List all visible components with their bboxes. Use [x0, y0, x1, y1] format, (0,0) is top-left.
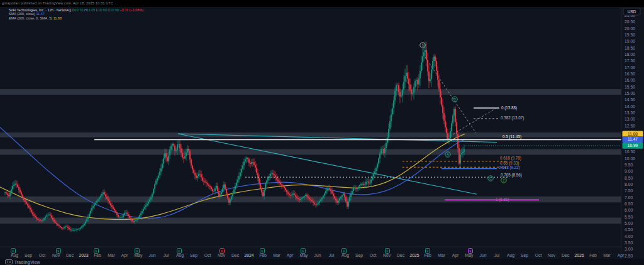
candle-body [367, 181, 368, 182]
candle-body [116, 213, 118, 215]
candle-body [85, 222, 86, 224]
month-tick-label: Dec [231, 253, 240, 257]
candle-body [157, 178, 158, 180]
candle-body [314, 203, 315, 204]
month-tick-label: Oct [204, 253, 211, 257]
candle-body [247, 158, 248, 159]
candle-body [357, 188, 358, 189]
candle-body [456, 122, 457, 134]
candle-body [219, 194, 221, 196]
attribution-text[interactable]: gorapodan published on TradingView.com, … [2, 1, 113, 5]
candle-body [232, 193, 233, 196]
candle-body [6, 192, 7, 193]
fib-level-label: 0.5 (11.45) [502, 134, 521, 139]
candle-body [62, 228, 64, 229]
candle-body [53, 220, 55, 222]
candle-body [255, 165, 256, 168]
candle-body [188, 149, 189, 151]
candle-body [427, 60, 428, 71]
candle-body [189, 151, 191, 159]
candle-body [142, 211, 143, 213]
candle-body [256, 168, 257, 173]
candle-body [418, 78, 419, 85]
candle-body [95, 203, 96, 205]
candle-body [227, 193, 228, 198]
candle-body [21, 192, 22, 195]
price-tick-label: 4.50 [625, 227, 633, 232]
candle-body [435, 57, 436, 61]
wave-label: C [489, 176, 492, 180]
candle-body [401, 95, 402, 96]
candle-body [345, 197, 347, 202]
candle-body [368, 181, 369, 183]
candle-body [282, 185, 284, 187]
earnings-icon-letter: E [426, 250, 428, 253]
candle-body [335, 198, 336, 200]
candle-body [402, 90, 403, 96]
candle-body [430, 79, 431, 81]
candle-body [274, 175, 275, 176]
candle-body [125, 213, 126, 214]
candle-body [231, 197, 232, 200]
price-tick-label: 2.50 [625, 254, 633, 258]
candle-body [243, 161, 245, 165]
candle-body [416, 80, 417, 80]
candle-body [403, 82, 404, 89]
earnings-icon-letter: E [136, 250, 138, 253]
candle-body [442, 105, 443, 112]
candle-body [172, 144, 173, 146]
candle-body [330, 190, 331, 191]
month-tick-label: Feb [424, 253, 431, 257]
candle-body [446, 127, 447, 133]
candle-body [197, 176, 198, 178]
candle-body [72, 230, 74, 230]
earnings-icon-letter: E [469, 250, 471, 253]
candle-body [57, 224, 58, 225]
candle-body [235, 186, 236, 190]
candle-body [198, 174, 199, 176]
candle-body [408, 78, 409, 84]
year-tick-label: 2026 [574, 253, 584, 257]
candle-body [153, 189, 154, 194]
price-tick-label: 6.00 [625, 208, 633, 212]
candle-body [389, 121, 391, 129]
candle-body [413, 87, 414, 94]
price-tick-label: 8.50 [625, 176, 633, 180]
zone-band [0, 218, 621, 224]
candle-body [251, 162, 252, 164]
candle-body [350, 194, 352, 197]
zone-band [0, 89, 621, 95]
price-chart-canvas[interactable]: 0 (13.88)0.382 (13.07)0.5 (11.45)0.618 (… [0, 0, 644, 265]
candle-body [214, 188, 216, 191]
candle-body [69, 228, 70, 229]
month-tick-label: Jun [480, 253, 487, 257]
month-tick-label: Feb [589, 253, 597, 257]
candle-body [150, 197, 152, 199]
month-tick-label: Mar [273, 253, 280, 257]
candle-body [186, 153, 187, 156]
candle-body [451, 123, 452, 131]
candle-body [31, 210, 32, 212]
candle-body [285, 188, 286, 190]
candle-body [340, 197, 341, 198]
price-tick-label: 10.00 [625, 156, 635, 161]
wave-label: 1 [421, 43, 423, 47]
candle-body [276, 178, 277, 180]
month-tick-label: Sep [25, 253, 32, 258]
candle-body [233, 190, 235, 193]
candle-body [192, 166, 193, 170]
candle-body [180, 148, 182, 153]
candle-body [242, 165, 243, 169]
candle-body [216, 186, 217, 188]
indicator-row-ema[interactable]: EMA (200, close, 0, SMA, 5) 11.88 [9, 16, 143, 20]
candle-body [311, 200, 313, 202]
candle-body [280, 183, 281, 184]
candle-body [135, 220, 136, 220]
candle-body [138, 217, 139, 219]
earnings-icon-letter: E [221, 250, 223, 253]
price-tick-label: 8.00 [625, 182, 633, 187]
candle-body [209, 186, 211, 187]
tradingview-logo[interactable]: TV TradingView [5, 259, 40, 264]
symbol-title: SoFi Technologies, Inc. · 12h · NASDAQ [9, 8, 71, 12]
price-tick-label: 7.50 [625, 188, 633, 193]
